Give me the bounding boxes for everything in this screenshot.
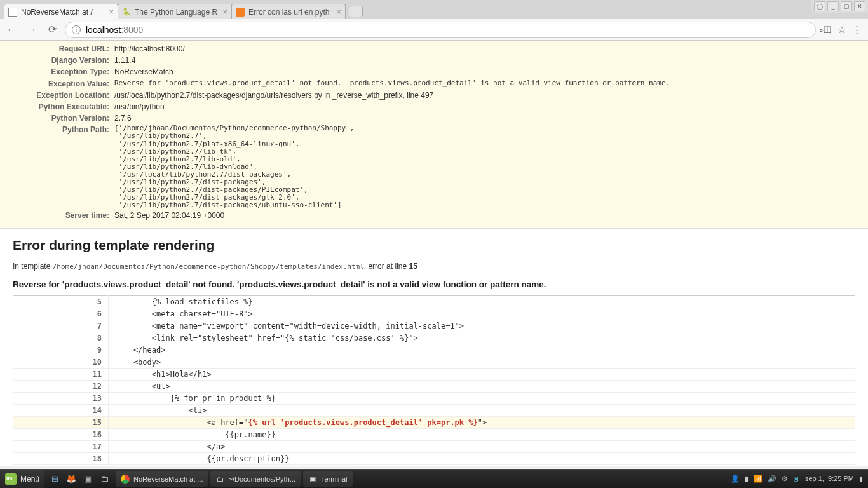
user-icon[interactable]: ◯ (814, 1, 825, 11)
user-icon[interactable]: 👤 (731, 475, 740, 483)
exception-location: /usr/local/lib/python2.7/dist-packages/d… (114, 90, 868, 100)
close-icon[interactable]: × (222, 7, 227, 17)
summary-label: Request URL: (0, 44, 114, 54)
stackoverflow-icon (236, 8, 245, 17)
tab-python[interactable]: 🐍 The Python Language R × (118, 4, 232, 19)
django-version: 1.11.4 (114, 55, 868, 65)
table-row: 17 </a> (13, 440, 855, 452)
back-button[interactable]: ← (4, 22, 19, 37)
url-port: :8000 (121, 25, 143, 35)
mint-logo-icon (5, 473, 17, 485)
firefox-icon[interactable]: 🦊 (64, 472, 79, 486)
table-row: 13 {% for pr in product %} (13, 392, 855, 404)
summary-label: Server time: (0, 210, 114, 220)
new-tab-button[interactable] (349, 6, 363, 17)
table-row: 7 <meta name="viewport" content="width=d… (13, 320, 855, 332)
address-bar[interactable]: i localhost:8000 (65, 22, 816, 38)
url-host: localhost (86, 25, 121, 35)
bookmark-icon[interactable]: ☆ (837, 24, 846, 36)
reload-button[interactable]: ⟳ (44, 22, 60, 37)
translate-icon[interactable]: ⃘◫ (824, 24, 831, 36)
volume-icon[interactable]: 🔊 (768, 475, 776, 483)
files-icon[interactable]: 🗀 (97, 472, 112, 486)
tab-title: The Python Language R (135, 8, 220, 17)
table-row-highlighted: 15 <a href="{% url 'products.views.produ… (13, 416, 855, 428)
template-path: /home/jhoan/Documentos/Python/ecommerce-… (53, 262, 364, 271)
error-message: Reverse for 'products.views.product_deta… (13, 280, 855, 289)
forward-button[interactable]: → (24, 22, 39, 37)
battery-icon[interactable]: ▮ (745, 475, 749, 483)
table-row: 9 </head> (13, 344, 855, 356)
error-line-number: 15 (409, 262, 417, 271)
summary-label: Python Executable: (0, 102, 114, 112)
close-icon[interactable]: × (336, 7, 341, 17)
table-row: 12 <ul> (13, 380, 855, 392)
summary-label: Django Version: (0, 55, 114, 65)
files-icon: 🗀 (215, 475, 224, 484)
table-row: 10 <body> (13, 356, 855, 368)
close-icon[interactable]: × (109, 7, 114, 17)
tab-stackoverflow[interactable]: Error con las url en pyth × (231, 4, 346, 19)
close-button[interactable]: ✕ (854, 1, 865, 11)
tab-active[interactable]: NoReverseMatch at / × (4, 4, 118, 19)
maximize-button[interactable]: ▢ (841, 1, 852, 11)
summary-label: Python Version: (0, 113, 114, 123)
menu-icon[interactable]: ⋮ (852, 24, 862, 36)
taskbar-task-files[interactable]: 🗀 ~/Documentos/Pyth... (210, 471, 300, 487)
table-row: 11 <h1>Hola</h1> (13, 368, 855, 380)
start-menu[interactable]: Menú (0, 470, 44, 488)
clock[interactable]: sep 1, 9:25 PM (805, 475, 854, 482)
table-row: 6 <meta charset="UTF-8"> (13, 308, 855, 320)
terminal-icon: ▣ (308, 475, 317, 484)
table-row: 18 {{pr.description}} (13, 452, 855, 464)
quick-launch: ⊞ 🦊 ▣ 🗀 (44, 472, 114, 486)
section-heading: Error during template rendering (13, 238, 855, 253)
show-desktop-icon[interactable]: ⊞ (47, 472, 62, 486)
summary-label: Python Path: (0, 125, 114, 209)
taskbar-task-chrome[interactable]: NoReverseMatch at ... (116, 471, 208, 487)
chrome-icon (121, 475, 130, 484)
table-row: 16 {{pr.name}} (13, 428, 855, 440)
template-intro: In template /home/jhoan/Documentos/Pytho… (13, 262, 855, 271)
error-summary: Request URL:http://localhost:8000/ Djang… (0, 41, 868, 229)
table-row: 5 {% load staticfiles %} (13, 295, 855, 308)
python-version: 2.7.6 (114, 113, 868, 123)
window-controls: ◯ _ ▢ ✕ (811, 0, 868, 13)
summary-label: Exception Location: (0, 90, 114, 100)
taskbar-task-terminal[interactable]: ▣ Terminal (303, 471, 353, 487)
browser-tabstrip: NoReverseMatch at / × 🐍 The Python Langu… (0, 0, 868, 19)
menu-label: Menú (20, 475, 39, 484)
terminal-icon[interactable]: ▣ (80, 472, 95, 486)
minimize-button[interactable]: _ (827, 1, 839, 11)
tab-title: NoReverseMatch at / (21, 8, 106, 17)
tab-title: Error con las url en pyth (248, 8, 334, 17)
tray-toggle-icon[interactable]: ▮ (859, 475, 863, 483)
system-tray[interactable]: 👤 ▮ 📶 🔊 ⚙ ⛨ sep 1, 9:25 PM ▮ (726, 475, 868, 483)
summary-label: Exception Type: (0, 67, 114, 77)
file-icon (8, 8, 17, 17)
exception-value: Reverse for 'products.views.product_deta… (114, 79, 868, 89)
summary-label: Exception Value: (0, 79, 114, 89)
table-row: 8 <link rel="stylesheet" href="{% static… (13, 332, 855, 344)
source-code-table: 5 {% load staticfiles %} 6 <meta charset… (13, 295, 855, 465)
python-path: ['/home/jhoan/Documentos/Python/ecommerc… (114, 125, 868, 209)
python-icon: 🐍 (122, 8, 131, 17)
browser-toolbar: ← → ⟳ i localhost:8000 ⃘◫ ☆ ⋮ (0, 19, 868, 41)
request-url: http://localhost:8000/ (114, 44, 868, 54)
toolbar-right: ⃘◫ ☆ ⋮ (821, 24, 864, 36)
updates-icon[interactable]: ⚙ (782, 475, 788, 483)
network-icon[interactable]: 📶 (754, 475, 763, 483)
taskbar: Menú ⊞ 🦊 ▣ 🗀 NoReverseMatch at ... 🗀 ~/D… (0, 469, 868, 488)
table-row: 14 <li> (13, 404, 855, 416)
server-time: Sat, 2 Sep 2017 02:04:19 +0000 (114, 210, 868, 220)
site-info-icon[interactable]: i (72, 25, 81, 34)
error-span: {% url 'products.views.product_detail' p… (248, 418, 478, 427)
exception-type: NoReverseMatch (114, 67, 868, 77)
python-executable: /usr/bin/python (114, 102, 868, 112)
page-content: Request URL:http://localhost:8000/ Djang… (0, 41, 868, 466)
shield-icon[interactable]: ⛨ (793, 475, 800, 483)
